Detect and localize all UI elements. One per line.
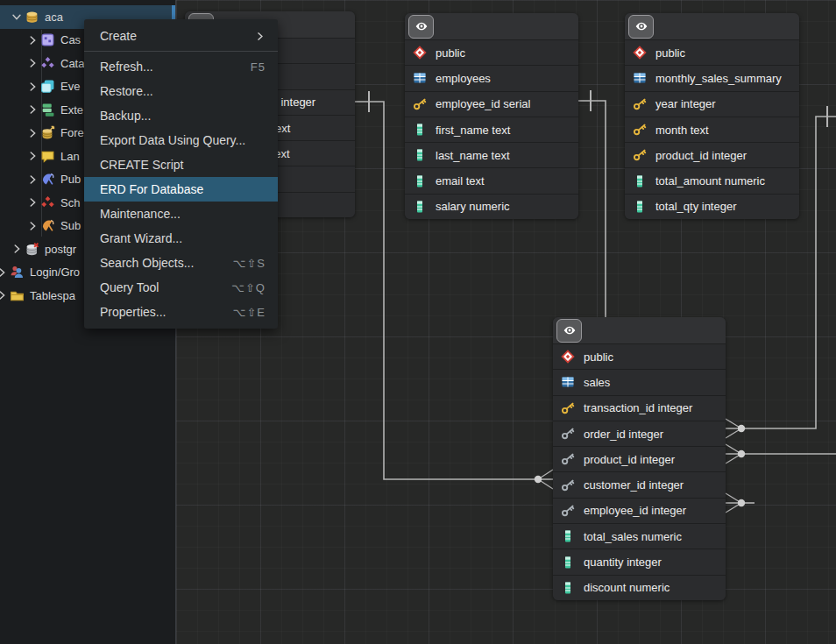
column-icon	[413, 200, 427, 214]
chevron-right-icon[interactable]	[26, 220, 39, 232]
chevron-right-icon[interactable]	[26, 196, 39, 209]
chevron-right-icon[interactable]	[11, 243, 23, 255]
column-row: month text	[625, 117, 799, 142]
menu-item-shortcut: ⌥⇧Q	[231, 281, 266, 294]
menu-item-refresh[interactable]: Refresh...F5	[84, 54, 278, 79]
menu-item-query-tool[interactable]: Query Tool⌥⇧Q	[84, 275, 278, 300]
extensions-icon	[40, 103, 55, 117]
column-row: discount numeric	[553, 575, 726, 600]
menu-item-label: ERD For Database	[100, 182, 203, 196]
tree-item-label: postgr	[45, 243, 76, 256]
column-row: customer_id integer	[553, 471, 726, 497]
menu-item-properties[interactable]: Properties...⌥⇧E	[84, 300, 278, 324]
column-row-label: first_name text	[436, 124, 510, 137]
tree-item-label: Login/Gro	[30, 265, 80, 279]
tree-item-label: Eve	[60, 80, 80, 93]
column-row-label: transaction_id integer	[584, 401, 692, 414]
show-details-eye-button[interactable]	[408, 15, 434, 39]
event-triggers-icon	[40, 79, 55, 94]
database-disconnected-icon	[25, 242, 39, 257]
column-row: order_id integer	[553, 421, 726, 446]
menu-item-label: CREATE Script	[100, 158, 183, 172]
chevron-down-icon[interactable]	[11, 11, 23, 23]
schema-icon	[633, 46, 647, 60]
chevron-right-icon[interactable]	[26, 150, 39, 162]
foreign-data-wrappers-icon	[40, 125, 55, 140]
chevron-right-icon[interactable]	[26, 34, 39, 46]
many-cardinality-dot	[738, 450, 745, 457]
column-row-label: year integer	[655, 97, 716, 110]
column-row: transaction_id integer	[553, 395, 726, 421]
chevron-right-icon[interactable]	[26, 81, 39, 93]
casts-icon	[40, 32, 55, 47]
column-icon	[561, 581, 575, 595]
chevron-right-icon[interactable]	[26, 57, 39, 69]
column-icon	[561, 529, 575, 543]
tree-item-label: aca	[45, 11, 63, 24]
tree-item-label: Cata	[60, 57, 84, 70]
table-name-row: monthly_sales_summary	[625, 65, 799, 90]
column-row: total_qty integer	[625, 194, 799, 219]
primary-key-icon	[561, 401, 575, 415]
column-row: total_sales numeric	[553, 523, 726, 548]
column-row-label: product_id integer	[584, 453, 675, 466]
chevron-right-icon[interactable]	[26, 103, 39, 116]
show-details-eye-button[interactable]	[628, 15, 654, 39]
erd-table-sales[interactable]: publicsalestransaction_id integerorder_i…	[553, 317, 726, 600]
menu-item-create[interactable]: Create	[84, 24, 278, 48]
schema-icon	[561, 350, 575, 364]
table-name-row-label: sales	[584, 376, 610, 389]
menu-item-label: Search Objects...	[100, 256, 194, 270]
schema-row-label: public	[436, 46, 465, 60]
tree-item-label: Pub	[60, 173, 81, 186]
column-icon	[561, 556, 575, 570]
erd-table-monthly_sales_summary[interactable]: publicmonthly_sales_summaryyear integerm…	[625, 13, 799, 219]
foreign-key-icon	[561, 452, 575, 466]
menu-item-maintenance[interactable]: Maintenance...	[84, 202, 278, 226]
foreign-key-icon	[561, 478, 575, 492]
schema-row: public	[625, 39, 799, 65]
column-row-label: last_name text	[436, 149, 510, 162]
subscriptions-icon	[40, 218, 55, 233]
column-icon	[633, 200, 647, 214]
column-row: email text	[405, 167, 578, 193]
table-icon	[633, 71, 647, 85]
show-details-eye-button[interactable]	[556, 319, 582, 343]
catalogs-icon	[40, 56, 55, 71]
many-cardinality-dot	[738, 499, 745, 506]
primary-key-icon	[413, 97, 427, 111]
menu-item-erd-for-database[interactable]: ERD For Database	[84, 177, 278, 202]
schema-row: public	[553, 343, 726, 369]
tree-item-label: Sch	[60, 196, 80, 209]
erd-table-header	[553, 317, 726, 343]
column-row-label: quantity integer	[584, 556, 662, 569]
menu-item-export-data-using-query[interactable]: Export Data Using Query...	[84, 128, 278, 152]
menu-item-label: Backup...	[100, 109, 151, 123]
menu-item-label: Create	[100, 29, 137, 43]
chevron-right-icon[interactable]	[26, 127, 39, 139]
schema-row-label: public	[655, 46, 685, 60]
column-row-label: total_qty integer	[655, 200, 737, 213]
menu-item-backup[interactable]: Backup...	[84, 103, 278, 128]
login-group-roles-icon	[10, 265, 25, 280]
column-row: employee_id integer	[553, 498, 726, 523]
menu-item-restore[interactable]: Restore...	[84, 79, 278, 103]
erd-table-employees[interactable]: publicemployeesemployee_id serialfirst_n…	[405, 13, 578, 219]
column-row: year integer	[625, 91, 799, 117]
column-row-label: order_id integer	[584, 428, 663, 441]
chevron-right-icon[interactable]	[0, 289, 8, 301]
foreign-key-icon	[561, 504, 575, 518]
many-cardinality-dot	[738, 425, 745, 432]
chevron-right-icon[interactable]	[26, 173, 39, 186]
chevron-right-icon[interactable]	[0, 266, 8, 279]
menu-item-label: Properties...	[100, 305, 166, 319]
menu-item-create-script[interactable]: CREATE Script	[84, 152, 278, 177]
menu-item-grant-wizard[interactable]: Grant Wizard...	[84, 226, 278, 251]
schemas-icon	[40, 195, 55, 210]
tree-item-label: Fore	[60, 126, 84, 139]
eye-icon	[634, 19, 648, 33]
menu-item-shortcut: F5	[251, 60, 266, 74]
menu-separator	[84, 51, 278, 52]
eye-icon	[414, 19, 429, 33]
menu-item-search-objects[interactable]: Search Objects...⌥⇧S	[84, 251, 278, 275]
